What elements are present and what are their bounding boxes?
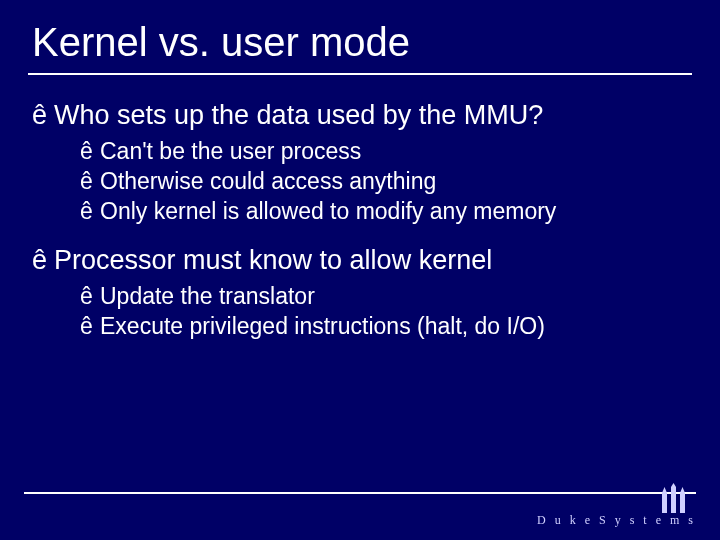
bullet-lvl2: êOnly kernel is allowed to modify any me…	[80, 197, 688, 227]
svg-marker-5	[680, 487, 685, 493]
bullet-glyph: ê	[80, 282, 100, 312]
bullet-lvl2: êExecute privileged instructions (halt, …	[80, 312, 688, 342]
bullet-text: Only kernel is allowed to modify any mem…	[100, 198, 556, 224]
bullet-glyph: ê	[80, 312, 100, 342]
svg-rect-0	[662, 493, 667, 513]
bullet-lvl1: êProcessor must know to allow kernel	[32, 244, 688, 278]
footer-brand: D u k e S y s t e m s	[537, 483, 696, 528]
bullet-glyph: ê	[32, 99, 54, 133]
bullet-glyph: ê	[80, 137, 100, 167]
bullet-lvl2: êOtherwise could access anything	[80, 167, 688, 197]
bullet-text: Who sets up the data used by the MMU?	[54, 100, 543, 130]
bullet-text: Can't be the user process	[100, 138, 361, 164]
bullet-glyph: ê	[32, 244, 54, 278]
svg-rect-2	[680, 493, 685, 513]
slide-content: êWho sets up the data used by the MMU? ê…	[0, 75, 720, 342]
svg-rect-1	[671, 487, 676, 513]
svg-marker-3	[662, 487, 667, 493]
footer-brand-text: D u k e S y s t e m s	[537, 513, 696, 528]
page-title: Kernel vs. user mode	[0, 0, 720, 73]
bullet-lvl1: êWho sets up the data used by the MMU?	[32, 99, 688, 133]
bullet-lvl2-group: êCan't be the user process êOtherwise co…	[80, 137, 688, 227]
bullet-lvl2-group: êUpdate the translator êExecute privileg…	[80, 282, 688, 342]
bullet-glyph: ê	[80, 167, 100, 197]
bullet-glyph: ê	[80, 197, 100, 227]
bullet-lvl2: êUpdate the translator	[80, 282, 688, 312]
bullet-lvl2: êCan't be the user process	[80, 137, 688, 167]
svg-marker-4	[671, 483, 676, 487]
bullet-text: Processor must know to allow kernel	[54, 245, 492, 275]
bullet-text: Update the translator	[100, 283, 315, 309]
bullet-text: Otherwise could access anything	[100, 168, 436, 194]
slide: Kernel vs. user mode êWho sets up the da…	[0, 0, 720, 540]
chapel-icon	[652, 483, 696, 513]
bullet-text: Execute privileged instructions (halt, d…	[100, 313, 545, 339]
